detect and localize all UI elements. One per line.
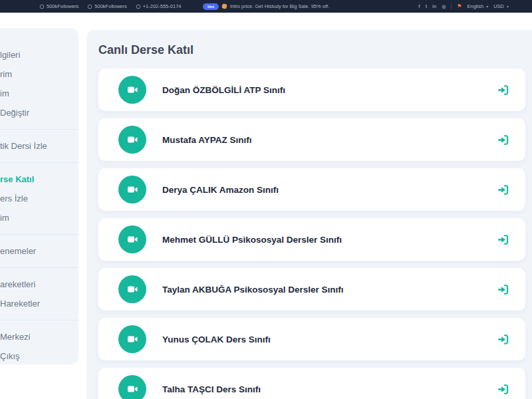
class-name: Taylan AKBUĞA Psikososyal Dersler Sınıfı (162, 285, 497, 295)
video-camera-icon (118, 126, 146, 154)
page-title: Canlı Derse Katıl (98, 43, 532, 57)
live-class-card[interactable]: Talha TAŞCI Ders Sınıfı (98, 368, 525, 399)
divider (0, 162, 78, 163)
topbar-promo: Hot Intro price. Get Histudy for Big Sal… (203, 0, 329, 13)
divider (0, 234, 78, 235)
sidebar-group: tik Dersi İzle (0, 136, 78, 156)
topbar-right: f t in ◎ ⚑ English ▾ USD ▾ (418, 0, 532, 13)
join-class-button[interactable] (497, 184, 509, 196)
divider (0, 267, 78, 268)
divider (451, 3, 452, 9)
sidebar-group: lgileririmimDeğiştir (0, 45, 78, 122)
join-class-button[interactable] (497, 233, 509, 246)
sidebar-item[interactable]: enemeler (0, 241, 78, 261)
sidebar-item[interactable]: Hareketler (0, 294, 78, 313)
enter-arrow-icon (497, 383, 509, 396)
topbar-left: 500kFollowers 500kFollowers +1-202-555-0… (0, 3, 181, 9)
phone-number: +1-202-555-0174 (143, 3, 182, 9)
sidebar-group: rse Katılers İzleim (0, 170, 78, 227)
phone-icon (136, 5, 140, 9)
video-camera-icon (118, 225, 146, 253)
followers-icon (40, 5, 44, 9)
followers-label: 500kFollowers (94, 3, 126, 9)
language-dropdown[interactable]: English ▾ (467, 3, 489, 9)
join-class-button[interactable] (497, 283, 509, 296)
followers-icon (88, 5, 92, 9)
class-name: Derya ÇALIK Amazon Sınıfı (162, 185, 497, 195)
sidebar-item[interactable]: Değiştir (0, 103, 78, 122)
instagram-icon[interactable]: ◎ (442, 4, 446, 9)
class-name: Yunus ÇOLAK Ders Sınıfı (162, 334, 497, 344)
enter-arrow-icon (497, 184, 509, 196)
sidebar-item[interactable]: lgileri (0, 45, 78, 65)
video-camera-icon (118, 176, 146, 203)
sidebar-group: enemeler (0, 241, 78, 261)
followers-link[interactable]: 500kFollowers (88, 3, 126, 9)
linkedin-icon[interactable]: in (432, 4, 436, 9)
phone-link[interactable]: +1-202-555-0174 (136, 3, 182, 9)
enter-arrow-icon (497, 84, 509, 96)
language-value: English (467, 3, 484, 9)
join-class-button[interactable] (497, 383, 509, 396)
video-camera-icon (118, 76, 146, 104)
class-name: Mehmet GÜLLÜ Psikososyal Dersler Sınıfı (162, 235, 497, 245)
twitter-icon[interactable]: t (426, 4, 427, 9)
sidebar-group: MerkeziÇıkış (0, 327, 78, 364)
divider (0, 129, 78, 130)
sidebar-item[interactable]: rim (0, 65, 78, 84)
sidebar-item[interactable]: areketleri (0, 275, 78, 294)
video-camera-icon (118, 325, 146, 353)
video-camera-icon (118, 275, 146, 303)
followers-label: 500kFollowers (47, 3, 78, 9)
join-class-button[interactable] (497, 134, 509, 146)
live-class-card[interactable]: Mehmet GÜLLÜ Psikososyal Dersler Sınıfı (98, 218, 525, 261)
sidebar-item[interactable]: im (0, 84, 78, 103)
promo-tag-icon (221, 3, 227, 9)
flag-icon: ⚑ (457, 3, 462, 9)
promo-text[interactable]: Intro price. Get Histudy for Big Sale. 9… (230, 3, 329, 9)
main-panel: Canlı Derse Katıl Doğan ÖZBÖLGİLİ ATP Sı… (86, 30, 532, 399)
live-class-card[interactable]: Derya ÇALIK Amazon Sınıfı (98, 168, 525, 211)
class-name: Doğan ÖZBÖLGİLİ ATP Sınıfı (162, 85, 497, 95)
enter-arrow-icon (497, 283, 509, 296)
sidebar-item[interactable]: Merkezi (0, 327, 78, 346)
currency-dropdown[interactable]: USD ▾ (493, 3, 509, 9)
promo-badge: Hot (203, 3, 219, 10)
topbar: 500kFollowers 500kFollowers +1-202-555-0… (0, 0, 532, 13)
sidebar-group: areketleriHareketler (0, 275, 78, 313)
enter-arrow-icon (497, 233, 509, 246)
chevron-down-icon: ▾ (507, 4, 509, 9)
sidebar-item-active[interactable]: rse Katıl (0, 170, 78, 189)
enter-arrow-icon (497, 333, 509, 346)
enter-arrow-icon (497, 134, 509, 146)
live-class-card[interactable]: Yunus ÇOLAK Ders Sınıfı (98, 318, 525, 360)
live-class-card[interactable]: Taylan AKBUĞA Psikososyal Dersler Sınıfı (98, 268, 525, 311)
sidebar: lgileririmimDeğiştirtik Dersi İzlerse Ka… (0, 28, 78, 364)
divider (0, 320, 78, 321)
class-list: Doğan ÖZBÖLGİLİ ATP Sınıfı Mustafa AYPAZ… (86, 68, 532, 399)
currency-value: USD (493, 3, 504, 9)
chevron-down-icon: ▾ (486, 4, 488, 9)
facebook-icon[interactable]: f (418, 4, 420, 9)
live-class-card[interactable]: Mustafa AYPAZ Sınıfı (98, 118, 525, 161)
followers-link[interactable]: 500kFollowers (40, 3, 78, 9)
sidebar-item[interactable]: Çıkış (0, 346, 78, 364)
sidebar-item[interactable]: im (0, 208, 78, 227)
sidebar-item[interactable]: ers İzle (0, 189, 78, 208)
sidebar-item[interactable]: tik Dersi İzle (0, 136, 78, 156)
join-class-button[interactable] (497, 84, 509, 96)
class-name: Talha TAŞCI Ders Sınıfı (162, 384, 497, 394)
video-camera-icon (118, 375, 146, 399)
class-name: Mustafa AYPAZ Sınıfı (162, 135, 497, 145)
live-class-card[interactable]: Doğan ÖZBÖLGİLİ ATP Sınıfı (98, 68, 525, 111)
join-class-button[interactable] (497, 333, 509, 346)
